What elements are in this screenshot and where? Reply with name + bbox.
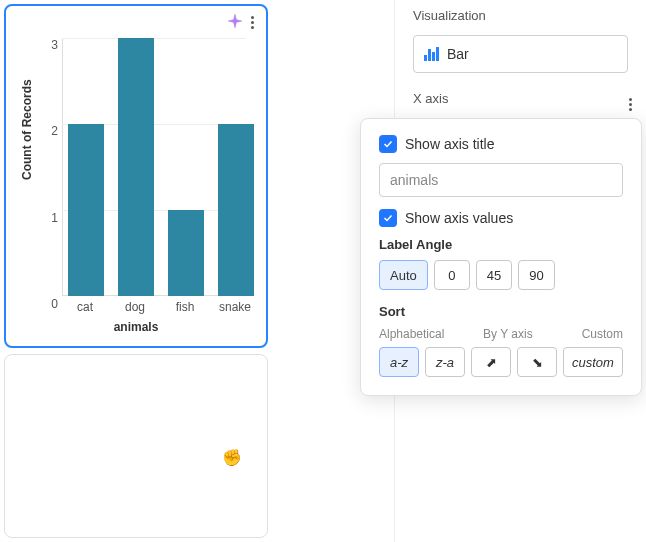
y-tick: 0 — [46, 297, 58, 311]
sort-alpha-asc-button[interactable]: a-z — [379, 347, 419, 377]
axis-title-input[interactable] — [379, 163, 623, 197]
sparkle-icon[interactable] — [227, 13, 243, 33]
visualization-header: Visualization — [395, 0, 646, 31]
chart-card[interactable]: Count of Records 3 2 1 0 cat dog fish sn… — [4, 4, 268, 348]
x-tick: snake — [210, 300, 260, 314]
bar-chart: Count of Records 3 2 1 0 cat dog fish sn… — [16, 38, 256, 336]
sort-custom-button[interactable]: custom — [563, 347, 623, 377]
angle-90-button[interactable]: 90 — [518, 260, 554, 290]
y-tick: 2 — [46, 124, 58, 138]
sort-y-asc-button[interactable]: ⬈ — [471, 347, 511, 377]
y-tick: 1 — [46, 211, 58, 225]
x-tick: dog — [110, 300, 160, 314]
bar-cat — [68, 124, 104, 296]
empty-card[interactable] — [4, 354, 268, 538]
bar-dog — [118, 38, 154, 296]
angle-auto-button[interactable]: Auto — [379, 260, 428, 290]
y-axis-label: Count of Records — [20, 79, 34, 180]
sort-y-desc-button[interactable]: ⬊ — [517, 347, 557, 377]
visualization-value: Bar — [447, 46, 469, 62]
y-tick: 3 — [46, 38, 58, 52]
show-axis-values-checkbox[interactable] — [379, 209, 397, 227]
x-tick: fish — [160, 300, 210, 314]
x-axis-header[interactable]: X axis — [395, 83, 646, 114]
x-axis-label: animals — [16, 320, 256, 334]
sort-asc-icon: ⬈ — [486, 356, 497, 369]
kebab-icon[interactable] — [625, 94, 636, 115]
chart-card-toolbar — [227, 12, 258, 33]
bar-snake — [218, 124, 254, 296]
label-angle-label: Label Angle — [379, 237, 623, 252]
sort-alpha-desc-button[interactable]: z-a — [425, 347, 465, 377]
show-axis-title-label: Show axis title — [405, 136, 494, 152]
sort-label: Sort — [379, 304, 623, 319]
sort-headers: Alphabetical By Y axis Custom — [379, 327, 623, 341]
x-tick: cat — [60, 300, 110, 314]
show-axis-title-checkbox[interactable] — [379, 135, 397, 153]
show-axis-values-label: Show axis values — [405, 210, 513, 226]
angle-0-button[interactable]: 0 — [434, 260, 470, 290]
x-axis-panel: Show axis title Show axis values Label A… — [360, 118, 642, 396]
angle-45-button[interactable]: 45 — [476, 260, 512, 290]
bar-fish — [168, 210, 204, 296]
visualization-select[interactable]: Bar — [413, 35, 628, 73]
sort-desc-icon: ⬊ — [532, 356, 543, 369]
grab-cursor-icon: ✊ — [222, 448, 242, 467]
kebab-icon[interactable] — [247, 12, 258, 33]
bar-chart-icon — [424, 47, 439, 61]
